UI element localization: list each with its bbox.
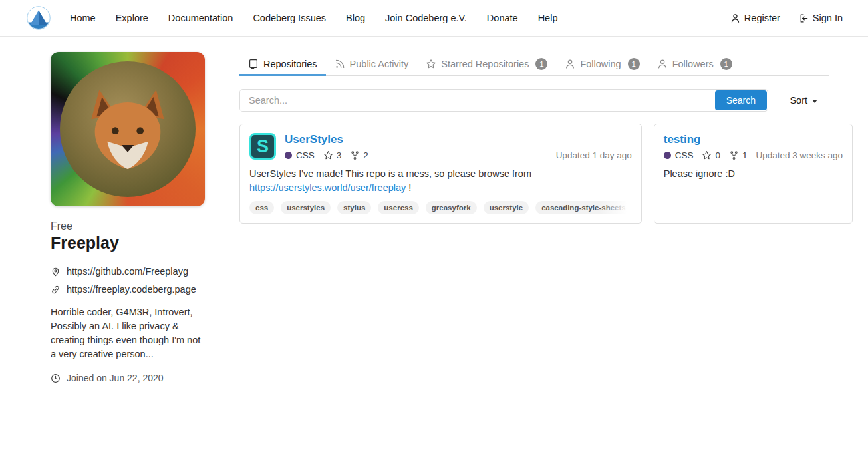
tab-starred-label: Starred Repositories: [441, 59, 529, 69]
profile-full-name: Free: [51, 220, 205, 232]
tab-public-activity-label: Public Activity: [350, 59, 409, 69]
following-count-badge: 1: [628, 58, 640, 70]
git-fork-icon: [350, 150, 360, 160]
link-icon: [51, 285, 61, 295]
repo-header: S UserStyles CSS 3: [249, 133, 632, 160]
nav-item-blog[interactable]: Blog: [336, 0, 375, 36]
nav-item-explore[interactable]: Explore: [106, 0, 158, 36]
register-label: Register: [744, 13, 780, 23]
repo-topics: css userstyles stylus usercss greasyfork…: [249, 201, 632, 214]
tab-starred-repositories[interactable]: Starred Repositories 1: [417, 52, 556, 75]
search-input[interactable]: [240, 90, 714, 111]
repo-updated-text: Updated 1 day ago: [556, 150, 632, 160]
nav-item-codeberg-issues[interactable]: Codeberg Issues: [243, 0, 336, 36]
repo-card-userstyles: S UserStyles CSS 3: [239, 124, 642, 224]
followers-count-badge: 1: [720, 58, 732, 70]
repo-meta-row: CSS 0 1 Updat: [664, 150, 843, 160]
top-navbar: Home Explore Documentation Codeberg Issu…: [0, 0, 868, 37]
repo-title-link[interactable]: UserStyles: [285, 133, 343, 146]
nav-item-help[interactable]: Help: [528, 0, 568, 36]
repo-description-suffix: !: [406, 182, 411, 193]
sign-in-button[interactable]: Sign In: [791, 13, 843, 23]
tab-repositories[interactable]: Repositories: [239, 52, 326, 75]
profile-joined-text: Joined on Jun 22, 2020: [67, 373, 164, 383]
main-navigation: Home Explore Documentation Codeberg Issu…: [60, 0, 567, 36]
topic-tag[interactable]: cascading-style-sheets: [535, 201, 632, 214]
profile-joined-row: Joined on Jun 22, 2020: [51, 373, 205, 383]
sort-label: Sort: [790, 95, 807, 106]
topic-tag[interactable]: stylus: [337, 201, 371, 214]
repo-header-text: testing CSS 0: [664, 133, 843, 160]
repo-search-row: Search Sort: [239, 89, 829, 112]
git-fork-icon: [729, 150, 739, 160]
repo-description: UserStyles I've made! This repo is a mes…: [249, 167, 632, 195]
language-dot: [664, 152, 671, 159]
tab-repositories-label: Repositories: [263, 59, 317, 69]
user-avatar: [51, 52, 205, 206]
nav-item-donate[interactable]: Donate: [477, 0, 528, 36]
person-icon: [565, 59, 575, 69]
tab-followers[interactable]: Followers 1: [649, 52, 741, 75]
fork-count: 1: [742, 150, 748, 160]
language-label: CSS: [296, 150, 315, 160]
nav-item-documentation[interactable]: Documentation: [158, 0, 243, 36]
clock-icon: [51, 373, 61, 383]
tab-followers-label: Followers: [672, 59, 714, 69]
topic-tag[interactable]: greasyfork: [426, 201, 477, 214]
navbar-right: Register Sign In: [722, 13, 843, 23]
rss-icon: [335, 59, 345, 69]
profile-main: Repositories Public Activity Starred Rep…: [239, 52, 829, 383]
profile-details: https://github.com/Freeplayg https://fre…: [51, 266, 205, 295]
nav-item-join-codeberg[interactable]: Join Codeberg e.V.: [375, 0, 477, 36]
profile-location-row: https://github.com/Freeplayg: [51, 266, 205, 277]
topic-tag[interactable]: userstyle: [484, 201, 529, 214]
language-dot: [285, 152, 292, 159]
person-icon: [657, 59, 668, 69]
repo-updated-text: Updated 3 weeks ago: [756, 150, 843, 160]
star-icon: [702, 150, 712, 160]
repo-header-text: UserStyles CSS 3: [285, 133, 632, 160]
profile-tabs: Repositories Public Activity Starred Rep…: [239, 52, 829, 76]
avatar-fox-image: [60, 61, 196, 197]
profile-sidebar: Free Freeplay https://github.com/Freepla…: [51, 52, 205, 383]
topic-tag[interactable]: userstyles: [281, 201, 331, 214]
repo-description: Please ignore :D: [664, 167, 843, 181]
repo-title-link[interactable]: testing: [664, 133, 701, 146]
repo-meta-row: CSS 3 2 Updat: [285, 150, 632, 160]
repo-description-link[interactable]: https://userstyles.world/user/freeplay: [249, 182, 406, 193]
codeberg-logo-icon[interactable]: [27, 6, 51, 30]
profile-website-row: https://freeplay.codeberg.page: [51, 284, 205, 295]
map-pin-icon: [51, 267, 61, 277]
topic-tag[interactable]: css: [249, 201, 274, 214]
star-icon: [426, 59, 436, 69]
search-button[interactable]: Search: [715, 90, 767, 110]
chevron-down-icon: [812, 100, 817, 103]
star-count: 0: [715, 150, 720, 160]
star-icon: [323, 150, 333, 160]
search-input-group: Search: [239, 89, 768, 112]
sign-in-label: Sign In: [813, 13, 843, 23]
profile-username: Freeplay: [51, 233, 205, 253]
topic-tag[interactable]: usercss: [378, 201, 418, 214]
profile-bio: Horrible coder, G4M3R, Introvert, Possib…: [51, 305, 205, 361]
repo-icon: [248, 59, 259, 69]
tab-public-activity[interactable]: Public Activity: [326, 52, 418, 75]
sign-in-icon: [799, 13, 809, 23]
profile-location-text: https://github.com/Freeplayg: [67, 266, 188, 277]
tab-following-label: Following: [580, 59, 621, 69]
nav-item-home[interactable]: Home: [60, 0, 106, 36]
starred-count-badge: 1: [535, 58, 547, 70]
profile-page: Free Freeplay https://github.com/Freepla…: [0, 37, 868, 383]
repository-list: S UserStyles CSS 3: [239, 124, 829, 224]
repo-header: testing CSS 0: [664, 133, 843, 160]
tab-following[interactable]: Following 1: [556, 52, 648, 75]
profile-website-link[interactable]: https://freeplay.codeberg.page: [67, 284, 196, 295]
repo-card-testing: testing CSS 0: [654, 124, 853, 224]
repo-avatar-stylus-logo: S: [249, 133, 276, 160]
language-label: CSS: [675, 150, 694, 160]
register-button[interactable]: Register: [722, 13, 788, 23]
repo-description-text: UserStyles I've made! This repo is a mes…: [249, 168, 531, 179]
fork-count: 2: [363, 150, 368, 160]
person-icon: [730, 13, 740, 23]
sort-dropdown[interactable]: Sort: [790, 95, 817, 106]
